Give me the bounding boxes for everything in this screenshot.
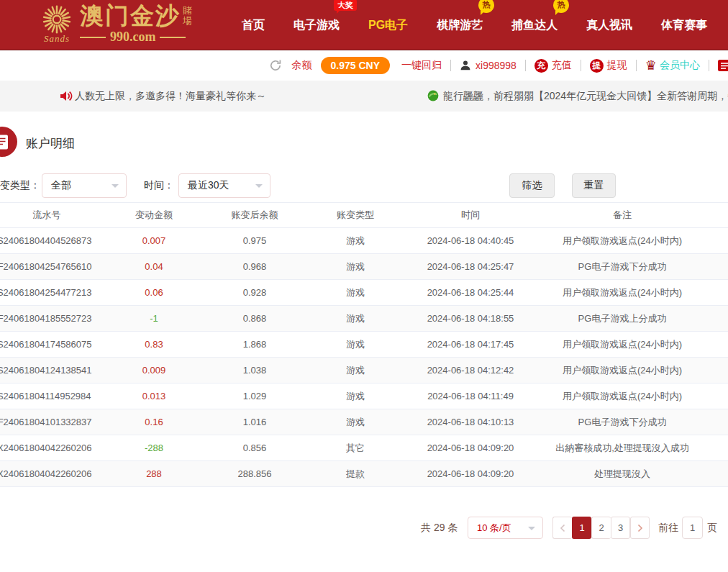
cell-time: 2024-06-18 04:25:44 bbox=[406, 287, 535, 298]
cell-type: 其它 bbox=[305, 442, 406, 455]
cell-remark: 用户领取游戏返点(24小时内) bbox=[535, 364, 728, 377]
top-navbar: Sands 澳门金沙 賭場 990.com 首页 电子游戏大奖 PG电子 棋牌游… bbox=[0, 0, 728, 50]
announcement-text-1: 人数无上限，多邀多得！海量豪礼等你来～ bbox=[75, 90, 266, 103]
nav-item-board-games[interactable]: 棋牌游艺热 bbox=[437, 18, 483, 33]
nav-item-pg-electronic[interactable]: PG电子 bbox=[368, 18, 408, 33]
cell-balance: 288.856 bbox=[204, 468, 305, 479]
header-remark: 备注 bbox=[535, 209, 728, 222]
total-count: 共 29 条 bbox=[421, 522, 458, 535]
nav-item-electronic-games[interactable]: 电子游戏大奖 bbox=[294, 18, 340, 33]
cell-amount: 0.83 bbox=[104, 339, 204, 350]
sun-logo-icon bbox=[40, 3, 74, 36]
filter-button[interactable]: 筛选 bbox=[509, 173, 555, 198]
goto-page-input[interactable] bbox=[682, 517, 703, 539]
cell-serial: FS24061804124138541 bbox=[0, 365, 104, 376]
crown-icon: ♛ bbox=[645, 59, 657, 72]
member-center-link[interactable]: 会员中心 bbox=[660, 59, 700, 72]
nav-item-fishing[interactable]: 捕鱼达人热 bbox=[511, 18, 558, 33]
withdraw-icon: 提 bbox=[590, 59, 604, 73]
cell-remark: 出納審核成功,处理提现沒入成功 bbox=[535, 442, 728, 455]
page-button-3[interactable]: 3 bbox=[611, 517, 630, 539]
message-icon[interactable] bbox=[718, 59, 728, 73]
cell-time: 2024-06-18 04:10:13 bbox=[406, 417, 535, 427]
cell-balance: 1.868 bbox=[204, 339, 305, 350]
page-button-2[interactable]: 2 bbox=[591, 517, 611, 539]
cell-amount: -1 bbox=[104, 313, 204, 324]
table-row: TX24061804042260206288288.856提款2024-06-1… bbox=[0, 461, 728, 487]
reset-button[interactable]: 重置 bbox=[572, 173, 616, 198]
hot-badge: 热 bbox=[478, 0, 494, 13]
table-row: XF240618041013328370.161.016游戏2024-06-18… bbox=[0, 409, 728, 435]
cell-amount: 0.04 bbox=[104, 261, 204, 272]
refresh-icon[interactable] bbox=[269, 59, 282, 72]
cell-time: 2024-06-18 04:12:42 bbox=[406, 365, 535, 376]
cell-type: 游戏 bbox=[305, 364, 406, 377]
user-icon bbox=[460, 60, 471, 71]
cell-remark: 用户领取游戏返点(24小时内) bbox=[535, 286, 728, 299]
page-button-1[interactable]: 1 bbox=[572, 517, 591, 539]
cell-serial: TX24061804042260206 bbox=[0, 468, 104, 479]
account-detail-table: 流水号 变动金额 账变后余额 账变类型 时间 备注 FS240618044045… bbox=[0, 202, 728, 487]
next-page-button[interactable] bbox=[630, 517, 650, 539]
withdraw-link[interactable]: 提现 bbox=[607, 59, 627, 72]
balance-label: 余额 bbox=[292, 59, 312, 72]
cell-time: 2024-06-18 04:25:47 bbox=[406, 261, 535, 272]
cell-type: 游戏 bbox=[305, 235, 406, 248]
prev-page-button[interactable] bbox=[552, 517, 572, 539]
account-detail-icon bbox=[0, 127, 17, 157]
site-logo[interactable]: Sands 澳门金沙 賭場 990.com bbox=[40, 3, 194, 45]
cell-remark: 处理提现沒入 bbox=[535, 468, 728, 481]
time-filter-select[interactable]: 最近30天 bbox=[178, 173, 270, 198]
cell-amount: 0.16 bbox=[104, 417, 204, 427]
type-filter-label: 账变类型： bbox=[0, 179, 40, 192]
goto-label: 前往 bbox=[658, 522, 678, 535]
cell-remark: 用户领取游戏返点(24小时内) bbox=[535, 235, 728, 248]
cell-remark: PG电子游戏下分成功 bbox=[535, 416, 728, 429]
cell-amount: 288 bbox=[104, 468, 204, 479]
chevron-down-icon bbox=[528, 527, 535, 534]
one-key-return-link[interactable]: 一键回归 bbox=[401, 59, 442, 72]
cell-balance: 0.968 bbox=[204, 261, 305, 272]
chevron-down-icon bbox=[112, 184, 119, 191]
cell-serial: XF24061804254765610 bbox=[0, 261, 104, 272]
cell-serial: SF24061804185552723 bbox=[0, 313, 104, 324]
cell-remark: PG电子游戏上分成功 bbox=[535, 312, 728, 325]
cell-serial: FS24061804174586075 bbox=[0, 339, 104, 350]
cell-serial: FS24061804114952984 bbox=[0, 391, 104, 401]
header-time: 时间 bbox=[406, 209, 535, 222]
cell-type: 游戏 bbox=[305, 390, 406, 403]
cell-time: 2024-06-18 04:17:45 bbox=[406, 339, 535, 350]
page-size-select[interactable]: 10 条/页 bbox=[468, 517, 543, 539]
logo-sands-script: Sands bbox=[44, 33, 70, 45]
nav-item-home[interactable]: 首页 bbox=[242, 18, 265, 33]
cell-balance: 1.016 bbox=[204, 417, 305, 427]
cell-time: 2024-06-18 04:18:55 bbox=[406, 313, 535, 324]
user-bar: 余额 0.975 CNY 一键回归 xi998998 充 充值 提 提现 ♛ 会… bbox=[0, 50, 728, 81]
cell-time: 2024-06-18 04:40:45 bbox=[406, 235, 535, 246]
cell-balance: 1.038 bbox=[204, 365, 305, 376]
header-serial: 流水号 bbox=[0, 209, 104, 222]
chevron-down-icon bbox=[255, 184, 263, 191]
table-row: FS240618044045268730.0070.975游戏2024-06-1… bbox=[0, 228, 728, 254]
announcement-text-2: 龍行龘龘，前程朤朤【2024年亿元现金大回馈】全新答谢周期，每月15号自助领取。… bbox=[443, 90, 728, 103]
table-row: FS240618041149529840.0131.029游戏2024-06-1… bbox=[0, 383, 728, 409]
header-amount: 变动金额 bbox=[104, 209, 204, 222]
cell-type: 游戏 bbox=[305, 416, 406, 429]
table-row: FS240618041241385410.0091.038游戏2024-06-1… bbox=[0, 358, 728, 383]
cell-type: 游戏 bbox=[305, 312, 406, 325]
header-balance: 账变后余额 bbox=[204, 209, 305, 222]
nav-item-sports[interactable]: 体育赛事 bbox=[661, 18, 707, 33]
cell-balance: 1.029 bbox=[204, 391, 305, 401]
time-filter-label: 时间： bbox=[144, 179, 174, 192]
username[interactable]: xi998998 bbox=[476, 60, 517, 71]
cell-time: 2024-06-18 04:11:49 bbox=[406, 391, 535, 401]
prize-badge: 大奖 bbox=[334, 0, 357, 11]
cell-type: 游戏 bbox=[305, 286, 406, 299]
deposit-icon: 充 bbox=[534, 59, 548, 73]
cell-type: 游戏 bbox=[305, 260, 406, 273]
deposit-link[interactable]: 充值 bbox=[552, 59, 572, 72]
nav-item-live-casino[interactable]: 真人视讯 bbox=[586, 18, 632, 33]
type-filter-select[interactable]: 全部 bbox=[42, 173, 127, 198]
cell-balance: 0.928 bbox=[204, 287, 305, 298]
cell-amount: 0.009 bbox=[104, 365, 204, 376]
